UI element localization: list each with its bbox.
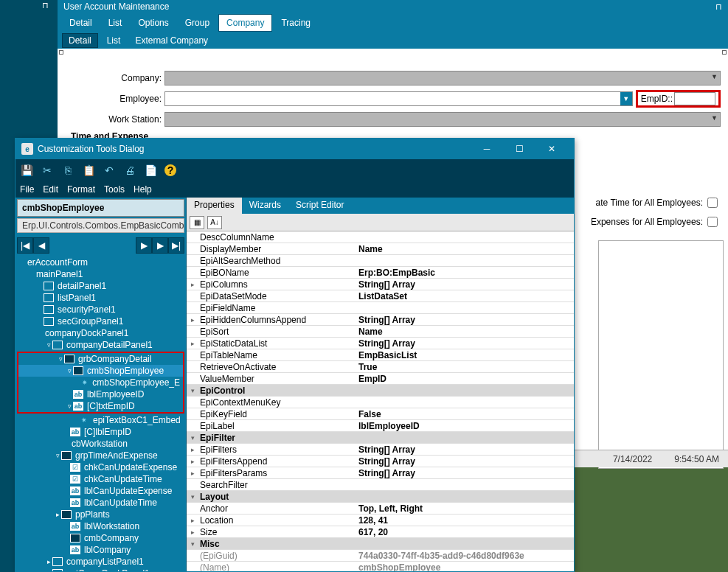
tab-script-editor[interactable]: Script Editor xyxy=(288,198,351,214)
property-category[interactable]: ▾EpiFilter xyxy=(187,432,574,444)
property-row[interactable]: DescColumnName xyxy=(187,231,574,243)
menu-help[interactable]: Help xyxy=(134,184,152,195)
update-time-checkbox[interactable] xyxy=(707,198,718,208)
resize-handle[interactable] xyxy=(59,50,63,55)
menu-edit[interactable]: Edit xyxy=(43,184,58,195)
property-row[interactable]: (EpiGuid)744a0330-74ff-4b35-add9-c46d80d… xyxy=(187,550,574,562)
tree-node[interactable]: ablblEmployeeID xyxy=(18,388,183,400)
property-row[interactable]: ▸EpiColumnsString[] Array xyxy=(187,279,574,290)
property-value[interactable]: 744a0330-74ff-4b35-add9-c46d80df963e xyxy=(357,551,574,561)
pin-icon[interactable]: ⊓ xyxy=(715,2,722,12)
nav-prev-button[interactable]: ◀ xyxy=(33,237,49,254)
tree-node[interactable]: ▸extCompDockPanel1 xyxy=(15,568,186,571)
tree-node[interactable]: ▿cmbShopEmployee xyxy=(18,365,183,377)
property-row[interactable]: (Name)cmbShopEmployee xyxy=(187,562,574,571)
tree-node[interactable]: securityPanel1 xyxy=(15,304,186,315)
property-value[interactable]: False xyxy=(357,409,574,419)
tree-node[interactable]: cmbCompany xyxy=(15,532,186,544)
undo-icon[interactable]: ↶ xyxy=(103,164,116,177)
alphabetical-button[interactable]: A↓ xyxy=(207,216,222,229)
tab-detail[interactable]: Detail xyxy=(62,15,100,31)
property-row[interactable]: SearchFilter xyxy=(187,479,574,491)
property-row[interactable]: DisplayMemberName xyxy=(187,243,574,255)
property-value[interactable]: Name xyxy=(357,327,574,337)
tree-node[interactable]: listPanel1 xyxy=(15,292,186,304)
preview-icon[interactable]: 📄 xyxy=(144,164,157,177)
property-value[interactable]: String[] Array xyxy=(357,456,574,467)
tree-node[interactable]: ▸ppPlants xyxy=(15,509,186,520)
cut-icon[interactable]: ✂ xyxy=(41,164,54,177)
property-value[interactable]: True xyxy=(357,362,574,372)
property-row[interactable]: ▸EpiStaticDataListString[] Array xyxy=(187,338,574,349)
minimize-button[interactable]: ─ xyxy=(471,139,503,159)
property-row[interactable]: EpiAltSearchMethod xyxy=(187,255,574,267)
property-row[interactable]: ▸EpiFiltersParamsString[] Array xyxy=(187,467,574,479)
nav-last-button[interactable]: ▶| xyxy=(168,237,184,254)
dialog-titlebar[interactable]: e Customization Tools Dialog ─ ☐ ✕ xyxy=(15,139,574,159)
tree-node[interactable]: ablblCompany xyxy=(15,544,186,556)
property-row[interactable]: EpiKeyFieldFalse xyxy=(187,408,574,420)
tree-node[interactable]: secGroupPanel1 xyxy=(15,315,186,327)
tree-node[interactable]: detailPanel1 xyxy=(15,280,186,292)
print-icon[interactable]: 🖨 xyxy=(123,164,136,177)
nav-next-button[interactable]: ▶ xyxy=(136,237,152,254)
property-row[interactable]: EpiTableNameEmpBasicList xyxy=(187,349,574,361)
property-row[interactable]: EpiSortName xyxy=(187,326,574,338)
categorized-button[interactable]: ▦ xyxy=(190,216,204,229)
property-row[interactable]: EpiDataSetModeListDataSet xyxy=(187,290,574,302)
menu-file[interactable]: File xyxy=(20,184,34,195)
resize-handle[interactable] xyxy=(722,50,727,55)
subtab-detail[interactable]: Detail xyxy=(62,33,98,48)
property-row[interactable]: EpiContextMenuKey xyxy=(187,397,574,408)
property-value[interactable]: EmpBasicList xyxy=(357,350,574,360)
property-row[interactable]: ▸EpiHiddenColumnsAppendString[] Array xyxy=(187,314,574,326)
selected-control-name[interactable]: cmbShopEmployee xyxy=(17,199,184,217)
property-value[interactable]: Erp:BO:EmpBasic xyxy=(357,268,574,278)
property-category[interactable]: ▾Misc xyxy=(187,538,574,550)
tree-node[interactable]: ablblWorkstation xyxy=(15,520,186,532)
tab-wizards[interactable]: Wizards xyxy=(242,198,288,214)
control-tree[interactable]: erAccountFormmainPanel1detailPanel1listP… xyxy=(15,255,186,571)
update-expenses-checkbox[interactable] xyxy=(707,217,718,227)
tree-node[interactable]: ablblCanUpdateExpense xyxy=(15,485,186,497)
property-row[interactable]: RetrieveOnActivateTrue xyxy=(187,361,574,373)
property-value[interactable]: String[] Array xyxy=(357,279,574,290)
property-value[interactable]: cmbShopEmployee xyxy=(357,562,574,572)
pin-icon[interactable]: ⊓ xyxy=(42,1,49,10)
tab-properties[interactable]: Properties xyxy=(187,198,242,214)
tab-company[interactable]: Company xyxy=(218,14,272,32)
maximize-button[interactable]: ☐ xyxy=(503,139,535,159)
property-row[interactable]: ▸EpiFiltersString[] Array xyxy=(187,444,574,456)
property-row[interactable]: ▸Size617, 20 xyxy=(187,526,574,538)
tree-node[interactable]: ablblCanUpdateTime xyxy=(15,497,186,509)
nav-first-button[interactable]: |◀ xyxy=(17,237,33,254)
tree-node[interactable]: companyDockPanel1 xyxy=(15,327,186,339)
empid-input[interactable] xyxy=(674,92,715,105)
close-button[interactable]: ✕ xyxy=(535,139,568,159)
property-value[interactable]: ListDataSet xyxy=(357,291,574,301)
tab-group[interactable]: Group xyxy=(178,15,217,31)
tree-node[interactable]: ☑chkCanUpdateExpense xyxy=(15,461,186,473)
property-grid[interactable]: DescColumnNameDisplayMemberNameEpiAltSea… xyxy=(187,231,574,571)
employee-combo[interactable] xyxy=(164,91,633,106)
property-value[interactable]: Top, Left, Right xyxy=(357,503,574,514)
nav-next2-button[interactable]: ▶ xyxy=(152,237,168,254)
save-icon[interactable]: 💾 xyxy=(20,164,33,177)
workstation-combo[interactable] xyxy=(164,112,721,127)
property-value[interactable]: EmpID xyxy=(357,374,574,384)
property-row[interactable]: ▸EpiFiltersAppendString[] Array xyxy=(187,456,574,467)
property-value[interactable]: 128, 41 xyxy=(357,515,574,526)
tree-node[interactable]: ▿companyDetailPanel1 xyxy=(15,339,186,351)
property-row[interactable]: EpiBONameErp:BO:EmpBasic xyxy=(187,267,574,279)
tree-node[interactable]: ▿ab[C]txtEmpID xyxy=(18,400,183,412)
property-value[interactable]: Name xyxy=(357,244,574,254)
tree-node[interactable]: ▸companyListPanel1 xyxy=(15,556,186,568)
property-row[interactable]: EpiLabellblEmployeeID xyxy=(187,420,574,432)
subtab-external-company[interactable]: External Company xyxy=(129,34,214,47)
tree-node[interactable]: cbWorkstation xyxy=(15,438,186,450)
property-value[interactable]: 617, 20 xyxy=(357,527,574,537)
tab-options[interactable]: Options xyxy=(131,15,176,31)
property-value[interactable]: String[] Array xyxy=(357,338,574,349)
tree-node[interactable]: mainPanel1 xyxy=(15,268,186,280)
property-row[interactable]: AnchorTop, Left, Right xyxy=(187,503,574,515)
